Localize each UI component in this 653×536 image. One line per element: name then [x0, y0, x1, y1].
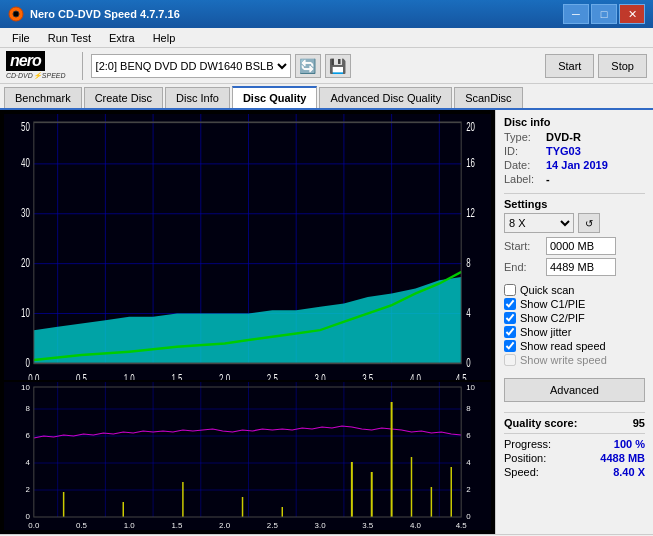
speed-value: 8.40 X [613, 466, 645, 478]
svg-text:4.0: 4.0 [410, 371, 421, 380]
chart-area: 0 10 20 30 40 50 0 4 8 12 16 20 0.0 0.5 … [0, 110, 495, 534]
refresh-speed-btn[interactable]: ↺ [578, 213, 600, 233]
minimize-button[interactable]: ─ [563, 4, 589, 24]
svg-text:3.0: 3.0 [315, 521, 327, 530]
id-label: ID: [504, 145, 542, 157]
toolbar-separator [82, 52, 83, 80]
quick-scan-label: Quick scan [520, 284, 574, 296]
svg-text:3.5: 3.5 [362, 521, 374, 530]
app-icon [8, 6, 24, 22]
svg-text:0: 0 [25, 512, 30, 521]
svg-text:8: 8 [466, 404, 471, 413]
tab-disc-quality[interactable]: Disc Quality [232, 86, 318, 108]
svg-text:8: 8 [25, 404, 30, 413]
position-label: Position: [504, 452, 546, 464]
speed-row: Speed: 8.40 X [504, 466, 645, 478]
start-label: Start: [504, 240, 542, 252]
svg-text:20: 20 [21, 255, 30, 270]
show-write-speed-checkbox[interactable] [504, 354, 516, 366]
svg-text:4: 4 [466, 305, 470, 320]
stop-button[interactable]: Stop [598, 54, 647, 78]
disc-info-section: Disc info Type: DVD-R ID: TYG03 Date: 14… [504, 116, 645, 185]
svg-text:4: 4 [466, 458, 471, 467]
show-read-speed-checkbox[interactable] [504, 340, 516, 352]
progress-label: Progress: [504, 438, 551, 450]
menu-extra[interactable]: Extra [101, 30, 143, 46]
svg-text:0.0: 0.0 [28, 371, 39, 380]
svg-text:2.5: 2.5 [267, 521, 279, 530]
show-write-speed-label: Show write speed [520, 354, 607, 366]
tab-create-disc[interactable]: Create Disc [84, 87, 163, 108]
svg-text:30: 30 [21, 205, 30, 220]
svg-text:2: 2 [466, 485, 471, 494]
svg-text:0.5: 0.5 [76, 371, 87, 380]
tab-disc-info[interactable]: Disc Info [165, 87, 230, 108]
tab-advanced-disc-quality[interactable]: Advanced Disc Quality [319, 87, 452, 108]
svg-text:40: 40 [21, 155, 30, 170]
position-value: 4488 MB [600, 452, 645, 464]
quick-scan-checkbox[interactable] [504, 284, 516, 296]
svg-text:0: 0 [466, 512, 471, 521]
settings-title: Settings [504, 198, 645, 210]
show-c1-pie-label: Show C1/PIE [520, 298, 585, 310]
toolbar: nero CD·DVD⚡SPEED [2:0] BENQ DVD DD DW16… [0, 48, 653, 84]
tab-benchmark[interactable]: Benchmark [4, 87, 82, 108]
quality-score-row: Quality score: 95 [504, 417, 645, 429]
position-row: Position: 4488 MB [504, 452, 645, 464]
show-c2-pif-checkbox[interactable] [504, 312, 516, 324]
disc-info-title: Disc info [504, 116, 645, 128]
svg-text:6: 6 [466, 431, 471, 440]
svg-text:1.0: 1.0 [124, 371, 135, 380]
bottom-chart: 0 2 4 6 8 10 0 2 4 6 8 10 0.0 0.5 1.0 1.… [4, 382, 491, 530]
type-label: Type: [504, 131, 542, 143]
svg-text:3.0: 3.0 [315, 371, 326, 380]
title-bar-title: Nero CD-DVD Speed 4.7.7.16 [30, 8, 180, 20]
svg-text:16: 16 [466, 155, 475, 170]
svg-text:0.0: 0.0 [28, 521, 40, 530]
disc-label-label: Label: [504, 173, 542, 185]
svg-text:50: 50 [21, 118, 30, 133]
svg-text:4.0: 4.0 [410, 521, 422, 530]
checkboxes-section: Quick scan Show C1/PIE Show C2/PIF Show … [504, 284, 645, 366]
main-content: 0 10 20 30 40 50 0 4 8 12 16 20 0.0 0.5 … [0, 110, 653, 534]
show-c1-pie-checkbox[interactable] [504, 298, 516, 310]
speed-selector[interactable]: 8 X [504, 213, 574, 233]
info-panel: Disc info Type: DVD-R ID: TYG03 Date: 14… [495, 110, 653, 534]
refresh-button[interactable]: 🔄 [295, 54, 321, 78]
save-button[interactable]: 💾 [325, 54, 351, 78]
nero-logo: nero CD·DVD⚡SPEED [6, 51, 66, 80]
start-input[interactable] [546, 237, 616, 255]
svg-text:8: 8 [466, 255, 470, 270]
end-label: End: [504, 261, 542, 273]
svg-text:10: 10 [21, 383, 30, 392]
menu-help[interactable]: Help [145, 30, 184, 46]
speed-label: Speed: [504, 466, 539, 478]
svg-text:1.5: 1.5 [171, 371, 182, 380]
menu-run-test[interactable]: Run Test [40, 30, 99, 46]
show-jitter-checkbox[interactable] [504, 326, 516, 338]
drive-selector[interactable]: [2:0] BENQ DVD DD DW1640 BSLB [91, 54, 291, 78]
advanced-button[interactable]: Advanced [504, 378, 645, 402]
svg-text:12: 12 [466, 205, 475, 220]
quality-score-value: 95 [633, 417, 645, 429]
show-c2-pif-label: Show C2/PIF [520, 312, 585, 324]
svg-text:10: 10 [466, 383, 475, 392]
date-label: Date: [504, 159, 542, 171]
maximize-button[interactable]: □ [591, 4, 617, 24]
menu-file[interactable]: File [4, 30, 38, 46]
svg-text:10: 10 [21, 305, 30, 320]
svg-text:4: 4 [25, 458, 30, 467]
menu-bar: File Run Test Extra Help [0, 28, 653, 48]
show-jitter-label: Show jitter [520, 326, 571, 338]
quality-score-label: Quality score: [504, 417, 577, 429]
svg-text:4.5: 4.5 [456, 371, 467, 380]
svg-text:4.5: 4.5 [456, 521, 468, 530]
tab-scan-disc[interactable]: ScanDisc [454, 87, 522, 108]
end-input[interactable] [546, 258, 616, 276]
start-button[interactable]: Start [545, 54, 594, 78]
close-button[interactable]: ✕ [619, 4, 645, 24]
svg-text:6: 6 [25, 431, 30, 440]
progress-row: Progress: 100 % [504, 438, 645, 450]
svg-text:2.0: 2.0 [219, 521, 231, 530]
svg-text:0: 0 [466, 355, 470, 370]
